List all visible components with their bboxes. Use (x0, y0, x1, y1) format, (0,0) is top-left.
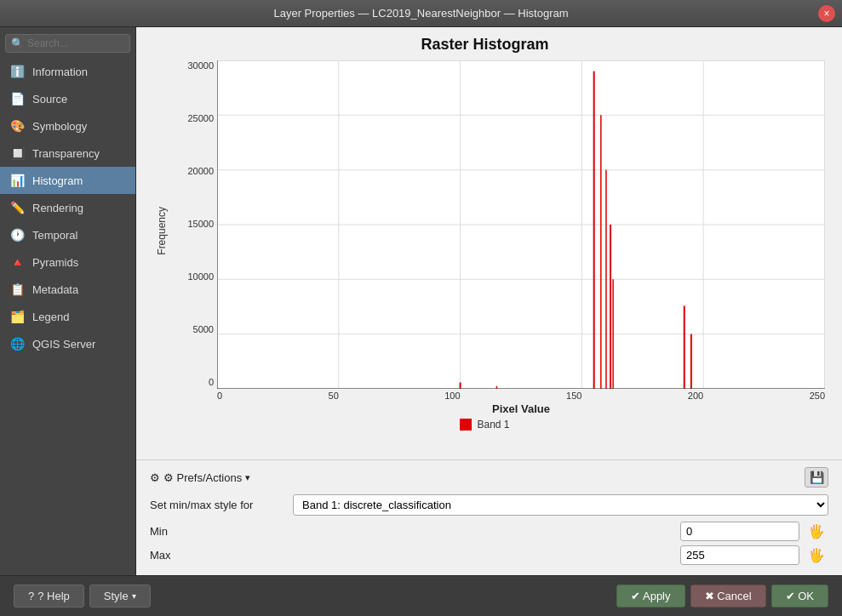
sidebar-item-label: QGIS Server (32, 338, 95, 351)
sidebar-item-information[interactable]: ℹ️ Information (0, 58, 135, 85)
y-tick: 20000 (187, 166, 214, 176)
sidebar-item-label: Transparency (32, 147, 100, 160)
sidebar-item-label: Metadata (32, 283, 78, 296)
chart-section: Raster Histogram Frequency 30000 25000 (136, 27, 842, 459)
symbology-icon: 🎨 (9, 117, 26, 134)
minmax-style-row: Set min/max style for Band 1: discrete_c… (150, 494, 828, 516)
legend-icon: 🗂️ (9, 308, 26, 325)
style-label: Style (104, 590, 129, 602)
cancel-label: ✖ Cancel (705, 590, 752, 602)
x-tick: 0 (217, 391, 222, 401)
y-tick: 15000 (187, 219, 214, 229)
sidebar-item-pyramids[interactable]: 🔺 Pyramids (0, 248, 135, 276)
transparency-icon: 🔲 (9, 145, 26, 162)
help-label: ? Help (37, 590, 70, 602)
pyramids-icon: 🔺 (9, 254, 26, 271)
ok-button[interactable]: ✔ OK (771, 585, 828, 607)
min-label: Min (150, 525, 235, 538)
chart-legend: Band 1 (145, 419, 825, 431)
x-tick: 200 (688, 391, 703, 401)
save-button[interactable]: 💾 (805, 467, 828, 488)
prefs-icon: ⚙ (150, 471, 160, 484)
information-icon: ℹ️ (9, 63, 26, 80)
footer-left: ? ? Help Style ▾ (14, 585, 151, 607)
legend-color-box (460, 419, 472, 431)
main-window: Layer Properties — LC2019_NearestNeighbo… (0, 0, 842, 616)
pick-icon: 🖐 (808, 548, 825, 562)
window-title: Layer Properties — LC2019_NearestNeighbo… (273, 7, 568, 20)
help-button[interactable]: ? ? Help (14, 585, 84, 607)
min-pick-button[interactable]: 🖐 (805, 521, 828, 541)
y-tick: 25000 (187, 113, 214, 123)
sidebar-item-temporal[interactable]: 🕐 Temporal (0, 221, 135, 248)
sidebar-item-transparency[interactable]: 🔲 Transparency (0, 140, 135, 167)
rendering-icon: ✏️ (9, 199, 26, 216)
apply-label: ✔ Apply (631, 590, 670, 602)
close-button[interactable]: × (818, 5, 835, 22)
chart-title: Raster Histogram (145, 36, 825, 54)
sidebar-item-label: Histogram (32, 174, 83, 187)
prefs-label-text: ⚙ Prefs/Actions (163, 471, 242, 484)
style-button[interactable]: Style ▾ (89, 585, 151, 607)
y-axis-label: Frequency (156, 207, 168, 255)
search-icon: 🔍 (11, 37, 24, 49)
search-box[interactable]: 🔍 (5, 34, 130, 53)
sidebar-item-symbology[interactable]: 🎨 Symbology (0, 112, 135, 140)
min-row: Min 🖐 (150, 521, 828, 541)
metadata-icon: 📋 (9, 281, 26, 298)
sidebar-item-histogram[interactable]: 📊 Histogram (0, 167, 135, 194)
sidebar-item-rendering[interactable]: ✏️ Rendering (0, 194, 135, 221)
qgis-server-icon: 🌐 (9, 335, 26, 352)
max-label: Max (150, 549, 235, 562)
title-bar: Layer Properties — LC2019_NearestNeighbo… (0, 0, 842, 27)
max-row: Max 🖐 (150, 545, 828, 565)
y-tick: 10000 (187, 271, 214, 282)
max-pick-button[interactable]: 🖐 (805, 545, 828, 565)
sidebar-item-label: Information (32, 66, 88, 78)
band-select[interactable]: Band 1: discrete_classification (293, 494, 828, 516)
x-axis-label: Pixel Value (145, 402, 825, 415)
sidebar-item-label: Source (32, 93, 67, 106)
x-tick: 250 (810, 391, 825, 401)
sidebar-item-label: Symbology (32, 120, 87, 133)
style-dropdown-arrow: ▾ (132, 591, 136, 601)
histogram-chart (217, 60, 825, 389)
y-tick: 5000 (193, 324, 214, 334)
sidebar-item-label: Rendering (32, 202, 83, 214)
footer-right: ✔ Apply ✖ Cancel ✔ OK (616, 585, 828, 607)
y-tick: 0 (209, 377, 214, 387)
ok-label: ✔ OK (786, 590, 814, 602)
prefs-row: ⚙ ⚙ Prefs/Actions ▾ 💾 (150, 467, 828, 488)
x-tick: 100 (444, 391, 460, 401)
footer: ? ? Help Style ▾ ✔ Apply ✖ Cancel ✔ OK (0, 575, 842, 616)
sidebar-item-label: Temporal (32, 229, 77, 242)
min-right: 🖐 (680, 521, 828, 541)
sidebar-item-metadata[interactable]: 📋 Metadata (0, 276, 135, 303)
help-icon: ? (28, 590, 34, 602)
set-minmax-label: Set min/max style for (150, 499, 286, 511)
legend-label: Band 1 (477, 419, 509, 431)
cancel-button[interactable]: ✖ Cancel (690, 585, 766, 607)
content-area: Raster Histogram Frequency 30000 25000 (136, 27, 842, 575)
prefs-arrow: ▾ (245, 472, 250, 483)
temporal-icon: 🕐 (9, 226, 26, 243)
sidebar: 🔍 ℹ️ Information 📄 Source 🎨 Symbology 🔲 … (0, 27, 136, 575)
source-icon: 📄 (9, 90, 26, 107)
x-tick: 50 (329, 391, 339, 401)
sidebar-item-source[interactable]: 📄 Source (0, 85, 135, 112)
min-input[interactable] (680, 522, 799, 541)
max-input[interactable] (680, 545, 799, 565)
sidebar-item-legend[interactable]: 🗂️ Legend (0, 303, 135, 330)
sidebar-item-label: Pyramids (32, 256, 78, 269)
pick-icon: 🖐 (808, 524, 825, 539)
main-area: 🔍 ℹ️ Information 📄 Source 🎨 Symbology 🔲 … (0, 27, 842, 575)
save-icon: 💾 (810, 471, 824, 484)
y-tick: 30000 (187, 60, 214, 71)
histogram-icon: 📊 (9, 172, 26, 189)
apply-button[interactable]: ✔ Apply (616, 585, 684, 607)
search-input[interactable] (27, 37, 124, 49)
sidebar-item-label: Legend (32, 311, 69, 323)
prefs-actions-button[interactable]: ⚙ ⚙ Prefs/Actions ▾ (150, 471, 250, 484)
sidebar-item-qgis-server[interactable]: 🌐 QGIS Server (0, 330, 135, 357)
max-right: 🖐 (680, 545, 828, 565)
